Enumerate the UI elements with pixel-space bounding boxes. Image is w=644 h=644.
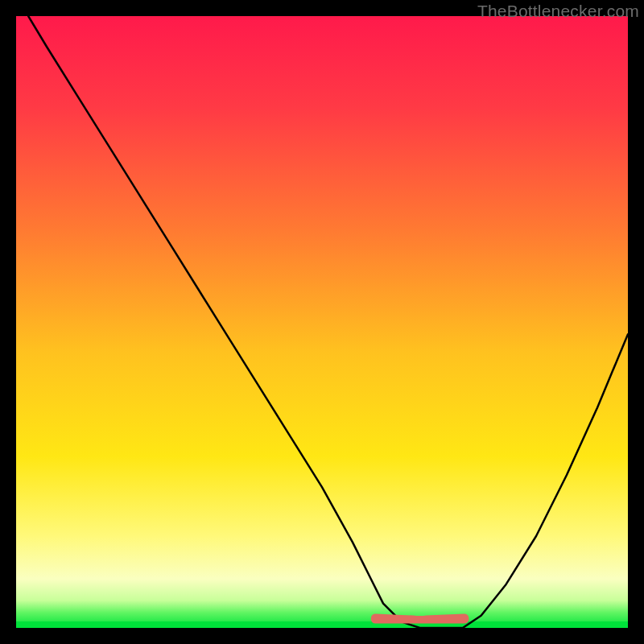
watermark-text: TheBottlenecker.com <box>477 2 639 21</box>
green-baseline <box>16 621 628 628</box>
chart-plot-area <box>16 16 628 628</box>
chart-svg <box>16 16 628 628</box>
chart-frame: TheBottlenecker.com <box>0 0 644 644</box>
